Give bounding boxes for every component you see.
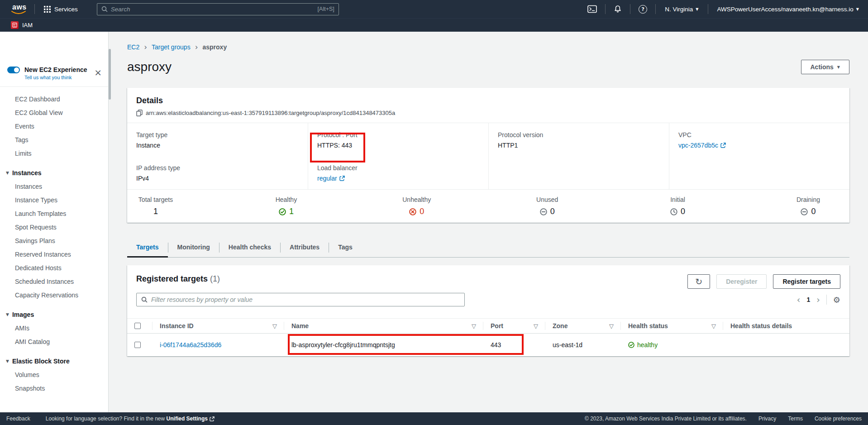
sidebar-item-snapshots[interactable]: Snapshots [0, 382, 108, 395]
registered-targets-count: (1) [210, 274, 220, 283]
deregister-button[interactable]: Deregister [716, 274, 767, 289]
sidebar-item-reserved-instances[interactable]: Reserved Instances [0, 248, 108, 261]
sidebar-section-instances[interactable]: ▼ Instances [0, 166, 108, 180]
sidebar-item-instances[interactable]: Instances [0, 180, 108, 193]
help-icon: ? [639, 5, 647, 14]
details-heading: Details [136, 96, 840, 105]
iam-service-icon [11, 21, 19, 29]
bell-icon [614, 5, 622, 13]
sidebar-item-savings-plans[interactable]: Savings Plans [0, 234, 108, 248]
global-search-box[interactable]: [Alt+S] [97, 3, 339, 15]
column-filter-icon[interactable]: ▽ [711, 323, 716, 329]
unified-settings-link[interactable]: Unified Settings [167, 415, 215, 422]
actions-button[interactable]: Actions ▼ [801, 60, 850, 74]
table-settings-gear-icon[interactable]: ⚙ [833, 295, 840, 305]
filter-input[interactable] [151, 296, 460, 303]
cookie-preferences-link[interactable]: Cookie preferences [815, 415, 862, 422]
protocol-port-value: HTTPS: 443 [317, 142, 479, 149]
help-button[interactable]: ? [637, 5, 649, 14]
register-targets-button[interactable]: Register targets [773, 274, 840, 289]
table-row: i-06f1744a6a25d36d6 lb-asproxytyler-cfcg… [127, 334, 849, 356]
column-filter-icon[interactable]: ▽ [272, 323, 277, 329]
sidebar-item-capacity-reservations[interactable]: Capacity Reservations [0, 288, 108, 302]
page-number[interactable]: 1 [806, 296, 810, 303]
select-all-checkbox[interactable] [134, 323, 141, 329]
previous-page-icon[interactable]: ‹ [797, 296, 801, 303]
sidebar-item-ec2-dashboard[interactable]: EC2 Dashboard [0, 92, 108, 106]
sidebar-section-elastic-block-store[interactable]: ▼ Elastic Block Store [0, 354, 108, 368]
column-header-instance-id[interactable]: Instance ID▽ [153, 319, 284, 334]
favorite-iam-link[interactable]: IAM [11, 21, 33, 29]
column-header-zone[interactable]: Zone▽ [545, 319, 621, 334]
instance-id-link[interactable]: i-06f1744a6a25d36d6 [160, 341, 221, 349]
divider [34, 4, 35, 14]
column-filter-icon[interactable]: ▽ [472, 323, 476, 329]
stat-total-targets: Total targets 1 [136, 196, 175, 216]
account-menu[interactable]: AWSPowerUserAccess/navaneeth.kn@harness.… [715, 6, 862, 13]
details-fields: Target type Instance Protocol : Port HTT… [127, 123, 849, 189]
services-menu-button[interactable]: Services [41, 0, 81, 18]
tab-targets[interactable]: Targets [127, 238, 168, 258]
privacy-link[interactable]: Privacy [758, 415, 776, 422]
sidebar-item-ami-catalog[interactable]: AMI Catalog [0, 335, 108, 349]
column-header-name[interactable]: Name▽ [284, 319, 483, 334]
sidebar-item-launch-templates[interactable]: Launch Templates [0, 207, 108, 220]
search-shortcut-hint: [Alt+S] [318, 6, 334, 12]
aws-smile-icon [11, 10, 26, 15]
aws-logo[interactable]: aws [9, 3, 28, 15]
grid-icon [44, 6, 51, 13]
scrollbar-thumb[interactable] [109, 49, 111, 100]
new-experience-toggle[interactable] [7, 67, 20, 73]
breadcrumb-target-groups[interactable]: Target groups [152, 43, 191, 51]
sidebar-item-volumes[interactable]: Volumes [0, 368, 108, 382]
refresh-button[interactable]: ↻ [687, 274, 710, 289]
sidebar-item-tags[interactable]: Tags [0, 133, 108, 147]
stat-unhealthy: Unhealthy 0 [397, 196, 436, 216]
notifications-button[interactable] [612, 5, 624, 13]
cloudshell-button[interactable] [586, 5, 599, 13]
tab-attributes[interactable]: Attributes [281, 238, 329, 257]
sidebar-item-limits[interactable]: Limits [0, 147, 108, 160]
search-input[interactable] [111, 6, 315, 13]
registered-targets-card: Registered targets (1) ↻ Deregister Regi… [127, 265, 849, 356]
tell-us-link[interactable]: Tell us what you think [24, 75, 101, 80]
target-type-label: Target type [136, 131, 299, 138]
new-experience-block: New EC2 Experience Tell us what you thin… [0, 63, 108, 87]
column-filter-icon[interactable]: ▽ [534, 323, 538, 329]
load-balancer-link[interactable]: regular [317, 175, 345, 182]
check-circle-icon [628, 342, 634, 348]
stat-initial: Initial 0 [658, 196, 697, 216]
stat-unused: Unused 0 [528, 196, 567, 216]
row-checkbox[interactable] [134, 342, 141, 348]
sidebar-item-ec2-global-view[interactable]: EC2 Global View [0, 106, 108, 119]
sidebar-item-spot-requests[interactable]: Spot Requests [0, 220, 108, 234]
next-page-icon[interactable]: › [816, 296, 820, 303]
target-port-cell: 443 [483, 334, 545, 356]
pagination: ‹ 1 › ⚙ [797, 295, 840, 305]
tab-tags[interactable]: Tags [329, 238, 362, 257]
new-experience-title: New EC2 Experience [24, 66, 87, 73]
feedback-link[interactable]: Feedback [6, 415, 30, 422]
sidebar-item-dedicated-hosts[interactable]: Dedicated Hosts [0, 261, 108, 275]
column-header-port[interactable]: Port▽ [483, 319, 545, 334]
sidebar-item-instance-types[interactable]: Instance Types [0, 193, 108, 207]
sidebar-item-events[interactable]: Events [0, 119, 108, 133]
region-selector[interactable]: N. Virginia ▼ [662, 6, 701, 13]
copyright-text: © 2023, Amazon Web Services India Privat… [585, 415, 747, 422]
terms-link[interactable]: Terms [788, 415, 803, 422]
column-filter-icon[interactable]: ▽ [609, 323, 614, 329]
tab-health-checks[interactable]: Health checks [219, 238, 280, 257]
registered-targets-heading: Registered targets (1) [136, 274, 220, 284]
sidebar-item-amis[interactable]: AMIs [0, 321, 108, 335]
close-icon[interactable]: × [94, 69, 102, 76]
tab-monitoring[interactable]: Monitoring [168, 238, 219, 257]
sidebar-section-images[interactable]: ▼ Images [0, 308, 108, 321]
sidebar-item-scheduled-instances[interactable]: Scheduled Instances [0, 275, 108, 288]
filter-box[interactable] [136, 293, 465, 306]
column-header-health-status[interactable]: Health status▽ [621, 319, 723, 334]
health-status-details-cell [723, 334, 849, 356]
copy-icon[interactable] [136, 110, 143, 116]
vpc-link[interactable]: vpc-2657db5c [678, 142, 726, 149]
language-selection-note: Looking for language selection? Find it … [46, 415, 215, 422]
breadcrumb-ec2[interactable]: EC2 [127, 43, 139, 51]
